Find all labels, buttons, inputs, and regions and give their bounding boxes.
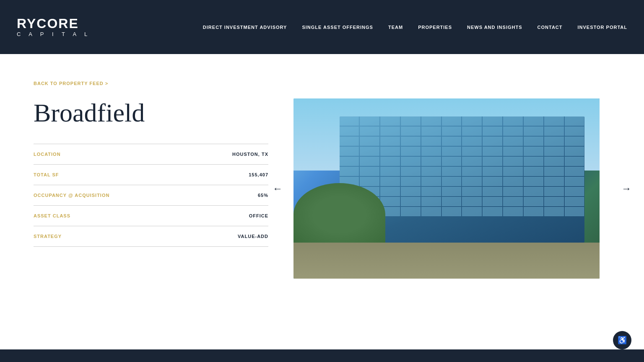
nav-item-news-insights[interactable]: NEWS AND INSIGHTS <box>467 25 522 30</box>
property-row-label: OCCUPANCY @ ACQUISITION <box>34 185 151 206</box>
image-next-button[interactable]: → <box>621 183 631 194</box>
ground-bg <box>293 243 600 279</box>
property-row-value: VALUE-ADD <box>151 226 268 247</box>
property-row-label: TOTAL SF <box>34 165 151 185</box>
back-to-feed-link[interactable]: BACK TO PROPERTY FEED > <box>34 81 108 86</box>
nav-item-single-asset[interactable]: SINGLE ASSET OFFERINGS <box>302 25 373 30</box>
main-nav: DIRECT INVESTMENT ADVISORYSINGLE ASSET O… <box>203 25 627 30</box>
nav-item-contact[interactable]: CONTACT <box>538 25 563 30</box>
nav-item-direct-investment[interactable]: DIRECT INVESTMENT ADVISORY <box>203 25 287 30</box>
property-row-value: OFFICE <box>151 206 268 226</box>
nav-item-investor-portal[interactable]: INVESTOR PORTAL <box>578 25 628 30</box>
logo[interactable]: RYCORE C A P I T A L <box>17 17 91 37</box>
property-title: Broadfield <box>34 98 268 127</box>
property-table-row: ASSET CLASSOFFICE <box>34 206 268 226</box>
accessibility-button[interactable]: ♿ <box>613 331 631 349</box>
logo-rycore: RYCORE <box>17 17 91 30</box>
logo-capital: C A P I T A L <box>17 31 91 37</box>
building-image <box>293 98 600 279</box>
property-table-row: STRATEGYVALUE-ADD <box>34 226 268 247</box>
main-content: BACK TO PROPERTY FEED > Broadfield LOCAT… <box>0 54 644 304</box>
property-row-label: LOCATION <box>34 144 151 165</box>
property-table-row: OCCUPANCY @ ACQUISITION65% <box>34 185 268 206</box>
site-header: RYCORE C A P I T A L DIRECT INVESTMENT A… <box>0 0 644 54</box>
property-row-value: 155,407 <box>151 165 268 185</box>
property-row-label: ASSET CLASS <box>34 206 151 226</box>
property-row-label: STRATEGY <box>34 226 151 247</box>
property-row-value: HOUSTON, TX <box>151 144 268 165</box>
property-table-row: TOTAL SF155,407 <box>34 165 268 185</box>
trees-bg <box>293 183 385 246</box>
left-panel: Broadfield LOCATIONHOUSTON, TXTOTAL SF15… <box>34 98 268 247</box>
image-prev-button[interactable]: ← <box>273 183 283 194</box>
property-row-value: 65% <box>151 185 268 206</box>
content-area: Broadfield LOCATIONHOUSTON, TXTOTAL SF15… <box>34 98 610 279</box>
property-table-row: LOCATIONHOUSTON, TX <box>34 144 268 165</box>
image-area: ← → <box>293 98 610 279</box>
accessibility-icon: ♿ <box>618 336 627 345</box>
nav-item-team[interactable]: TEAM <box>388 25 403 30</box>
site-footer <box>0 349 644 362</box>
property-details-table: LOCATIONHOUSTON, TXTOTAL SF155,407OCCUPA… <box>34 144 268 247</box>
nav-item-properties[interactable]: PROPERTIES <box>418 25 452 30</box>
